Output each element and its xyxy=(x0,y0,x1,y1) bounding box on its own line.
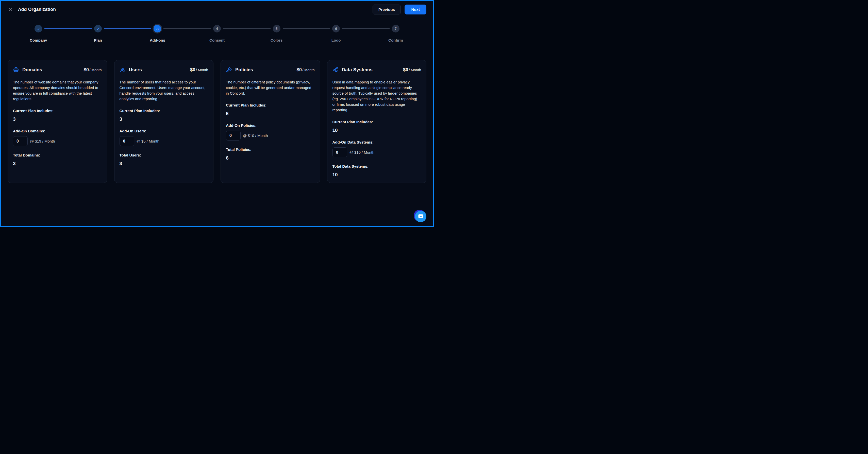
addon-quantity-input[interactable] xyxy=(120,136,134,146)
card-header: Data Systems $0 / Month xyxy=(333,67,421,73)
header-actions: Previous Next xyxy=(373,5,426,15)
step-colors[interactable]: 5 Colors xyxy=(247,24,306,42)
current-plan-value: 3 xyxy=(13,117,102,122)
step-number: 3 xyxy=(153,24,162,33)
addon-row: @ $19 / Month xyxy=(13,136,102,146)
addon-card-users: Users $0 / Month The number of users tha… xyxy=(114,60,214,183)
card-header: Domains $0 / Month xyxy=(13,67,102,73)
gavel-icon xyxy=(226,67,232,73)
step-consent[interactable]: 4 Consent xyxy=(187,24,247,42)
step-number: 6 xyxy=(332,25,340,32)
addon-rate: @ $5 / Month xyxy=(136,139,159,143)
total-value: 3 xyxy=(120,161,208,166)
addon-quantity-input[interactable] xyxy=(226,131,241,140)
step-add-ons[interactable]: 3 Add-ons xyxy=(128,24,187,42)
step-label: Consent xyxy=(209,38,225,42)
card-price: $0 / Month xyxy=(190,67,208,72)
card-description: The number of website domains that your … xyxy=(13,79,102,102)
data-systems-icon xyxy=(333,67,339,73)
chat-bubble-icon xyxy=(415,211,426,222)
current-plan-value: 6 xyxy=(226,111,315,117)
addon-card-domains: Domains $0 / Month The number of website… xyxy=(8,60,107,183)
addon-row: @ $10 / Month xyxy=(333,148,421,157)
addon-quantity-input[interactable] xyxy=(333,148,347,157)
addon-label: Add-On Policies: xyxy=(226,123,315,128)
addon-quantity-input[interactable] xyxy=(13,136,28,146)
step-number: 5 xyxy=(273,25,280,32)
globe-icon xyxy=(13,67,19,73)
step-plan[interactable]: Plan xyxy=(68,24,128,42)
addon-card-policies: Policies $0 / Month The number of differ… xyxy=(221,60,320,183)
check-icon xyxy=(94,25,102,32)
total-label: Total Data Systems: xyxy=(333,164,421,168)
addon-label: Add-On Users: xyxy=(120,129,208,133)
step-label: Colors xyxy=(271,38,283,42)
addon-card-data-systems: Data Systems $0 / Month Used in data map… xyxy=(327,60,427,183)
card-title: Policies xyxy=(235,67,253,72)
previous-button[interactable]: Previous xyxy=(373,5,401,15)
addon-label: Add-On Domains: xyxy=(13,129,102,133)
check-icon xyxy=(34,25,42,32)
addon-cards: Domains $0 / Month The number of website… xyxy=(1,60,433,183)
chat-launcher-button[interactable] xyxy=(414,209,426,222)
total-value: 3 xyxy=(13,161,102,166)
users-icon xyxy=(120,67,126,73)
add-organization-modal: Add Organization Previous Next Company P… xyxy=(0,0,434,227)
card-price: $0 / Month xyxy=(84,67,102,72)
card-header: Users $0 / Month xyxy=(120,67,208,73)
addon-label: Add-On Data Systems: xyxy=(333,140,421,144)
card-header: Policies $0 / Month xyxy=(226,67,315,73)
step-number: 4 xyxy=(213,25,221,32)
page-title: Add Organization xyxy=(18,7,56,12)
current-plan-label: Current Plan Includes: xyxy=(120,108,208,113)
step-logo[interactable]: 6 Logo xyxy=(306,24,366,42)
close-icon[interactable] xyxy=(8,7,13,12)
addon-rate: @ $10 / Month xyxy=(349,150,375,155)
step-company[interactable]: Company xyxy=(9,24,68,42)
step-confirm[interactable]: 7 Confirm xyxy=(366,24,425,42)
total-value: 10 xyxy=(333,172,421,177)
current-plan-value: 10 xyxy=(333,128,421,133)
addon-rate: @ $19 / Month xyxy=(30,139,55,143)
card-description: Used in data mapping to enable easier pr… xyxy=(333,79,421,113)
total-label: Total Domains: xyxy=(13,153,102,157)
card-description: The number of different policy documents… xyxy=(226,79,315,96)
card-title: Data Systems xyxy=(342,67,373,72)
addon-row: @ $5 / Month xyxy=(120,136,208,146)
step-number: 7 xyxy=(392,25,400,32)
current-plan-label: Current Plan Includes: xyxy=(333,120,421,124)
addon-rate: @ $10 / Month xyxy=(243,133,268,138)
card-price: $0 / Month xyxy=(403,67,421,72)
current-plan-value: 3 xyxy=(120,117,208,122)
step-label: Company xyxy=(30,38,47,42)
card-price: $0 / Month xyxy=(297,67,315,72)
addon-row: @ $10 / Month xyxy=(226,131,315,140)
current-plan-label: Current Plan Includes: xyxy=(13,108,102,113)
step-label: Logo xyxy=(332,38,341,42)
card-title: Domains xyxy=(22,67,42,72)
card-description: The number of users that need access to … xyxy=(120,79,208,102)
current-plan-label: Current Plan Includes: xyxy=(226,103,315,107)
step-label: Plan xyxy=(94,38,102,42)
next-button[interactable]: Next xyxy=(405,5,426,15)
step-label: Add-ons xyxy=(150,38,165,42)
card-title: Users xyxy=(129,67,142,72)
total-value: 6 xyxy=(226,155,315,161)
modal-header: Add Organization Previous Next xyxy=(1,1,433,18)
total-label: Total Users: xyxy=(120,153,208,157)
total-label: Total Policies: xyxy=(226,148,315,152)
wizard-stepper: Company Plan 3 Add-ons 4 Consent 5 Color… xyxy=(1,24,433,42)
step-label: Confirm xyxy=(388,38,403,42)
